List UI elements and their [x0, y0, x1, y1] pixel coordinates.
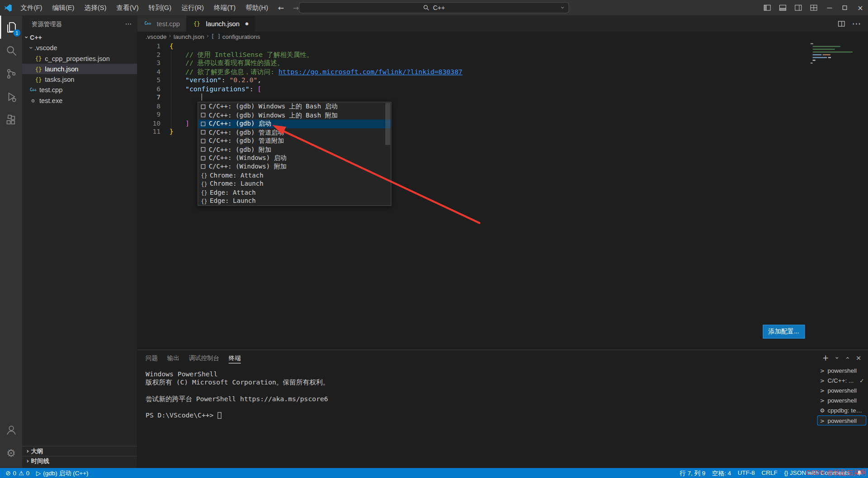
chevron-down-icon[interactable]: › — [559, 6, 566, 9]
terminal-tab[interactable]: >powershell — [817, 416, 866, 426]
code-text: // 使用 IntelliSense 了解相关属性。 — [170, 51, 313, 59]
command-center[interactable]: C++ › — [299, 2, 569, 13]
suggestion-item[interactable]: C/C++: (Windows) 启动 — [198, 154, 391, 162]
add-configuration-button[interactable]: 添加配置... — [763, 325, 805, 339]
forward-icon[interactable]: → — [293, 4, 299, 12]
menu-item[interactable]: 转到(G) — [144, 0, 177, 15]
terminal-tab[interactable]: >powershell — [817, 396, 866, 406]
tab-test.cpp[interactable]: C++test.cpp — [137, 15, 187, 32]
settings-gear-icon[interactable]: ⚙ — [0, 441, 22, 464]
tree-item[interactable]: {}launch.json — [22, 64, 137, 74]
tree-item[interactable]: C++test.cpp — [22, 84, 137, 95]
close-panel-icon[interactable]: × — [856, 354, 861, 362]
search-view-icon[interactable] — [0, 39, 22, 62]
tab-launch.json[interactable]: {}launch.json● — [187, 15, 255, 32]
suggestion-label: Chrome: Launch — [210, 180, 264, 187]
status-item[interactable]: UTF-8 — [734, 469, 758, 476]
suggestion-item[interactable]: {}Chrome: Launch — [198, 179, 391, 188]
maximize-panel-icon[interactable]: › — [844, 356, 851, 359]
vscode-window: 文件(F)编辑(E)选择(S)查看(V)转到(G)运行(R)终端(T)帮助(H)… — [0, 0, 868, 478]
customize-layout-icon[interactable] — [806, 4, 821, 12]
sidebar-section-时间线[interactable]: ›时间线 — [22, 456, 137, 466]
code-line[interactable]: 2 // 使用 IntelliSense 了解相关属性。 — [137, 51, 868, 59]
debug-launch-status[interactable]: ▷ (gdb) 启动 (C++) — [33, 468, 92, 478]
status-item[interactable]: 空格: 4 — [709, 469, 735, 477]
menu-item[interactable]: 查看(V) — [112, 0, 144, 15]
suggest-scrollbar[interactable] — [385, 103, 390, 145]
status-bar: ⊘ 0 ⚠ 0 ▷ (gdb) 启动 (C++) 行 7, 列 9空格: 4UT… — [0, 468, 868, 478]
suggestion-item[interactable]: {}Edge: Attach — [198, 188, 391, 197]
accounts-icon[interactable] — [0, 418, 22, 441]
menu-item[interactable]: 选择(S) — [80, 0, 112, 15]
code-line[interactable]: 1{ — [137, 42, 868, 51]
menu-item[interactable]: 运行(R) — [176, 0, 209, 15]
status-item[interactable]: CRLF — [758, 469, 781, 476]
status-item[interactable]: 行 7, 列 9 — [676, 469, 709, 477]
file-label: test.cpp — [39, 86, 62, 94]
terminal-tab[interactable]: >powershell — [817, 366, 866, 375]
minimap[interactable] — [811, 42, 855, 69]
terminal-tab[interactable]: ⚙cppdbg: tes... — [817, 406, 866, 416]
menu-item[interactable]: 终端(T) — [209, 0, 241, 15]
menu-item[interactable]: 编辑(E) — [47, 0, 79, 15]
breadcrumb-item[interactable]: launch.json — [174, 33, 204, 40]
breadcrumb-item[interactable]: .vscode — [146, 33, 166, 40]
panel-tab-终端[interactable]: 终端 — [229, 350, 241, 366]
terminal-text: 尝试新的跨平台 PowerShell https://aka.ms/pscore… — [146, 395, 328, 403]
minimize-icon — [827, 8, 832, 8]
close-button[interactable]: × — [853, 0, 868, 15]
run-and-debug-icon[interactable] — [0, 85, 22, 108]
code-line[interactable]: 4 // 欲了解更多信息，请访问: https://go.microsoft.c… — [137, 68, 868, 76]
code-line[interactable]: 5 "version": "0.2.0", — [137, 76, 868, 85]
tree-item[interactable]: {}tasks.json — [22, 74, 137, 84]
restore-button[interactable] — [837, 0, 852, 15]
suggestion-item[interactable]: C/C++: (gdb) 管道启动 — [198, 128, 391, 136]
tree-item[interactable]: ›.vscode — [22, 42, 137, 53]
editor[interactable]: 1{2 // 使用 IntelliSense 了解相关属性。3 // 悬停以查看… — [137, 41, 868, 350]
menu-item[interactable]: 文件(F) — [15, 0, 47, 15]
source-control-icon[interactable] — [0, 62, 22, 85]
token: { — [170, 42, 174, 50]
code-line[interactable]: 3 // 悬停以查看现有属性的描述。 — [137, 59, 868, 68]
snippet-icon — [201, 130, 205, 135]
terminal-tab[interactable]: >C/C++: ...✓ — [817, 375, 866, 385]
panel-tab-问题[interactable]: 问题 — [146, 350, 158, 366]
new-terminal-icon[interactable]: + — [822, 353, 829, 362]
code-line[interactable]: 6 "configurations": [ — [137, 85, 868, 94]
suggestion-item[interactable]: C/C++: (Windows) 附加 — [198, 162, 391, 171]
menu-item[interactable]: 帮助(H) — [241, 0, 273, 15]
tree-item[interactable]: ⚙test.exe — [22, 95, 137, 106]
panel-tab-调试控制台[interactable]: 调试控制台 — [189, 350, 219, 366]
suggestion-item[interactable]: C/C++: (gdb) Windows 上的 Bash 附加 — [198, 111, 391, 120]
tree-root-folder[interactable]: › C++ — [22, 32, 137, 42]
toggle-secondary-sidebar-icon[interactable] — [791, 4, 806, 12]
breadcrumb-item[interactable]: [ ]configurations — [211, 33, 260, 40]
panel-tab-输出[interactable]: 输出 — [167, 350, 179, 366]
file-label: tasks.json — [45, 75, 74, 83]
suggestion-item[interactable]: {}Chrome: Attach — [198, 171, 391, 179]
suggestion-item[interactable]: C/C++: (gdb) 附加 — [198, 145, 391, 154]
extensions-icon[interactable] — [0, 108, 22, 131]
check-icon: ✓ — [859, 378, 864, 384]
suggestion-item[interactable]: {}Edge: Launch — [198, 197, 391, 205]
minimize-button[interactable] — [821, 0, 837, 15]
suggestion-item[interactable]: C/C++: (gdb) 启动 — [198, 119, 391, 128]
terminal-tab[interactable]: >powershell — [817, 385, 866, 395]
workbench: 1 ⚙ 资源管理器 ⋯ — [0, 15, 868, 468]
back-icon[interactable]: ← — [278, 4, 284, 12]
terminal-dropdown-icon[interactable]: › — [834, 356, 841, 359]
toggle-panel-icon[interactable] — [775, 4, 790, 12]
split-editor-icon[interactable] — [838, 21, 845, 26]
terminal-view[interactable]: Windows PowerShell版权所有 (C) Microsoft Cor… — [137, 366, 868, 468]
more-actions-icon[interactable]: ⋯ — [852, 18, 861, 28]
code-line[interactable]: 7 — [137, 94, 868, 102]
tree-item[interactable]: {}c_cpp_properties.json — [22, 53, 137, 64]
suggestion-item[interactable]: C/C++: (gdb) Windows 上的 Bash 启动 — [198, 103, 391, 111]
more-actions-icon[interactable]: ⋯ — [125, 20, 132, 28]
sidebar-section-大纲[interactable]: ›大纲 — [22, 446, 137, 456]
terminal-list: >powershell>C/C++: ...✓>powershell>power… — [817, 366, 866, 425]
suggestion-item[interactable]: C/C++: (gdb) 管道附加 — [198, 136, 391, 145]
toggle-sidebar-icon[interactable] — [760, 4, 775, 12]
explorer-icon[interactable]: 1 — [0, 15, 22, 38]
problems-status[interactable]: ⊘ 0 ⚠ 0 — [2, 468, 33, 478]
